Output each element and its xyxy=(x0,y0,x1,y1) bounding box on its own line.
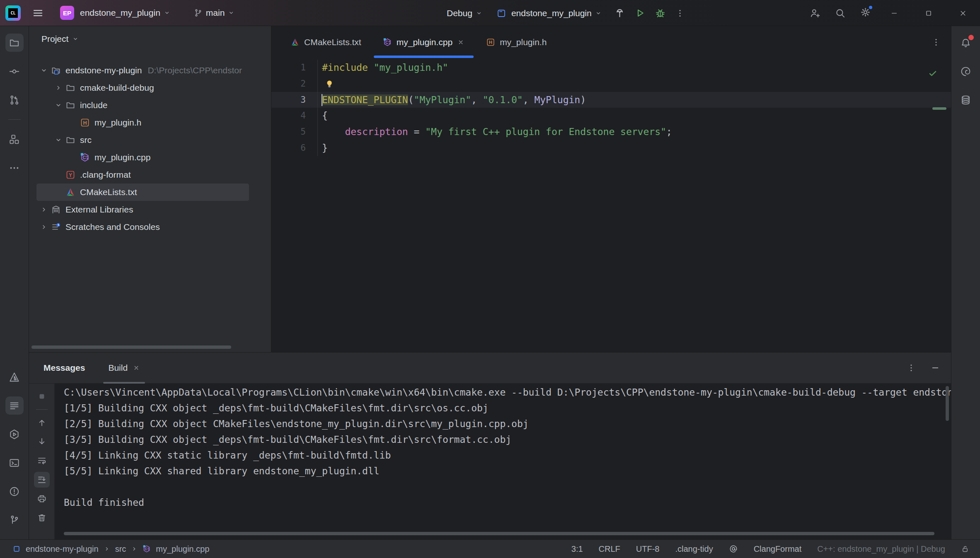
tool-button-database[interactable] xyxy=(957,91,975,109)
code-text: ENDSTONE_PLUGIN("MyPlugin", "0.1.0", MyP… xyxy=(318,92,586,108)
code-line-2[interactable]: 2 xyxy=(271,76,951,92)
code-text: #include "my_plugin.h" xyxy=(318,60,448,76)
run-mode-selector[interactable]: Debug xyxy=(447,8,472,18)
cmake-icon xyxy=(290,38,300,47)
breadcrumb-src[interactable]: src xyxy=(115,544,126,554)
panel-options-kebab-icon[interactable] xyxy=(906,363,916,373)
tree-item-my_plugin.cpp[interactable]: Cmy_plugin.cpp xyxy=(36,149,249,166)
chevron-right-icon[interactable] xyxy=(36,223,51,231)
project-panel-title[interactable]: Project xyxy=(41,34,68,44)
console-action-next-message[interactable] xyxy=(34,434,50,449)
kebab-menu-icon[interactable] xyxy=(675,8,685,18)
code-line-4[interactable]: 4{ xyxy=(271,108,951,124)
toolchain-widget[interactable]: C++: endstone_my_plugin | Debug xyxy=(817,544,945,554)
console-action-soft-wrap[interactable] xyxy=(34,453,50,469)
stop-icon xyxy=(38,392,46,401)
chevron-down-icon[interactable] xyxy=(72,36,79,42)
project-badge[interactable]: EP xyxy=(60,6,74,20)
debug-bug-icon[interactable] xyxy=(655,7,666,19)
tree-item-Scratches and Consoles[interactable]: Scratches and Consoles xyxy=(36,218,249,236)
tab-options-kebab-icon[interactable] xyxy=(931,26,941,58)
build-console[interactable]: C:\Users\Vincent\AppData\Local\Programs\… xyxy=(55,384,951,539)
token: MyPlugin xyxy=(534,94,580,105)
code-line-1[interactable]: 1#include "my_plugin.h" xyxy=(271,60,951,76)
chevron-right-icon xyxy=(40,223,48,231)
console-horizontal-scrollbar[interactable] xyxy=(64,532,934,535)
search-icon[interactable] xyxy=(835,7,846,19)
tool-button-ai-assistant[interactable] xyxy=(957,62,975,80)
close-tab-icon[interactable] xyxy=(457,39,465,46)
tree-item-my_plugin.h[interactable]: Hmy_plugin.h xyxy=(36,114,249,131)
tool-button-notifications[interactable] xyxy=(957,34,975,52)
console-action-print[interactable] xyxy=(34,491,50,507)
window-maximize-button[interactable] xyxy=(911,0,946,26)
tree-item-CMakeLists.txt[interactable]: CMakeLists.txt xyxy=(36,184,249,201)
editor-tab-CMakeLists.txt[interactable]: CMakeLists.txt xyxy=(280,26,372,58)
chevron-down-icon[interactable] xyxy=(51,101,65,109)
breadcrumb-endstone-my-plugin[interactable]: endstone-my-plugin xyxy=(26,544,99,554)
maximize-icon xyxy=(924,9,933,17)
tree-item-label: include xyxy=(80,100,108,110)
run-config-selector[interactable]: endstone_my_plugin xyxy=(511,8,592,18)
tree-item-src[interactable]: src xyxy=(36,131,249,149)
project-horizontal-scrollbar[interactable] xyxy=(31,345,231,349)
tool-button-pull-requests[interactable] xyxy=(5,91,24,109)
inspections-check-icon[interactable] xyxy=(928,68,938,78)
tool-button-more-tool-windows[interactable] xyxy=(5,159,24,177)
tool-button-terminal[interactable] xyxy=(5,454,24,472)
project-selector[interactable]: endstone_my_plugin xyxy=(80,8,160,18)
encoding-widget[interactable]: UTF-8 xyxy=(636,544,660,554)
lock-open-icon[interactable] xyxy=(961,545,969,553)
main-menu-icon[interactable] xyxy=(32,7,44,19)
add-user-icon[interactable] xyxy=(809,7,820,19)
code-line-3[interactable]: 3ENDSTONE_PLUGIN("MyPlugin", "0.1.0", My… xyxy=(271,92,951,108)
code-line-6[interactable]: 6} xyxy=(271,140,951,156)
tool-button-problems[interactable] xyxy=(5,482,24,500)
build-tab[interactable]: Build xyxy=(103,353,145,384)
editor-tab-my_plugin.cpp[interactable]: Cmy_plugin.cpp xyxy=(372,26,475,58)
chevron-down-icon[interactable] xyxy=(36,67,51,74)
tree-item-include[interactable]: include xyxy=(36,97,249,114)
tool-button-structure[interactable] xyxy=(5,130,24,148)
caret-position-widget[interactable]: 3:1 xyxy=(571,544,583,554)
crumb-module-icon xyxy=(12,545,21,553)
line-separator-widget[interactable]: CRLF xyxy=(599,544,620,554)
console-action-clear-all[interactable] xyxy=(34,510,50,526)
tool-button-cmake[interactable] xyxy=(5,368,24,386)
chevron-right-icon[interactable] xyxy=(36,206,51,213)
console-action-previous-message[interactable] xyxy=(34,415,50,430)
clang-format-at-icon[interactable] xyxy=(729,544,738,553)
tool-button-run[interactable] xyxy=(5,425,24,443)
window-minimize-button[interactable] xyxy=(877,0,911,26)
left-stripe-bottom xyxy=(5,368,24,529)
left-stripe-top xyxy=(5,34,24,177)
tree-item-External Libraries[interactable]: External Libraries xyxy=(36,201,249,218)
console-action-stop[interactable] xyxy=(34,389,50,404)
tree-item-.clang-format[interactable]: Y.clang-format xyxy=(36,166,249,184)
clang-tidy-widget[interactable]: .clang-tidy xyxy=(675,544,713,554)
editor-tab-my_plugin.h[interactable]: Hmy_plugin.h xyxy=(475,26,557,58)
clion-logo-text: CL xyxy=(8,8,18,18)
hide-panel-icon[interactable] xyxy=(930,363,940,373)
run-play-icon[interactable] xyxy=(634,7,646,19)
tool-button-messages[interactable] xyxy=(5,396,24,415)
code-line-5[interactable]: 5 description = "My first C++ plugin for… xyxy=(271,124,951,140)
tree-item-endstone-my-plugin[interactable]: endstone-my-pluginD:\Projects\CPP\endsto… xyxy=(36,62,249,79)
breadcrumb-my_plugin.cpp[interactable]: my_plugin.cpp xyxy=(156,544,209,554)
close-tab-icon[interactable] xyxy=(133,364,140,372)
settings-button[interactable] xyxy=(860,7,871,20)
console-action-scroll-to-end[interactable] xyxy=(34,472,50,488)
h-file-icon: H xyxy=(486,38,495,47)
chevron-down-icon[interactable] xyxy=(51,136,65,144)
build-hammer-icon[interactable] xyxy=(614,7,625,19)
console-vertical-scrollbar[interactable] xyxy=(946,386,949,421)
chevron-right-icon[interactable] xyxy=(51,84,65,92)
tool-button-commit[interactable] xyxy=(5,62,24,80)
tool-button-version-control[interactable] xyxy=(5,511,24,529)
branch-selector[interactable]: main xyxy=(206,8,225,18)
tool-button-project[interactable] xyxy=(5,34,24,52)
clang-format-widget[interactable]: ClangFormat xyxy=(754,544,802,554)
window-close-button[interactable] xyxy=(946,0,980,26)
editor-tabs: CMakeLists.txtCmy_plugin.cppHmy_plugin.h xyxy=(271,26,951,58)
tree-item-cmake-build-debug[interactable]: cmake-build-debug xyxy=(36,79,249,97)
